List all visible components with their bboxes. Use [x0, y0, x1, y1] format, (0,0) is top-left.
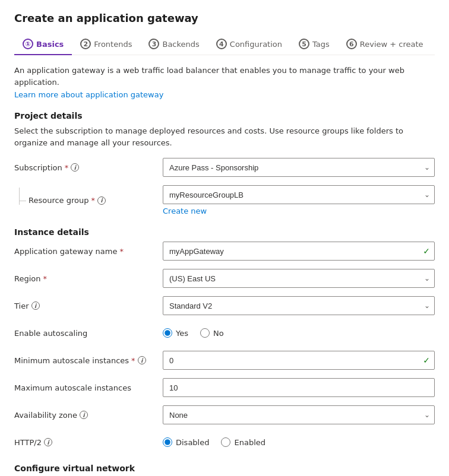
min-instances-control: ✓	[163, 351, 435, 370]
resource-group-required: *	[91, 196, 96, 205]
http2-enabled-radio[interactable]	[221, 437, 230, 447]
gateway-name-input[interactable]	[163, 242, 435, 261]
instance-details-title: Instance details	[14, 227, 435, 237]
gateway-name-required: *	[119, 247, 124, 256]
http2-enabled-option[interactable]: Enabled	[221, 437, 265, 447]
region-select-wrapper: (US) East US ⌄	[163, 269, 435, 288]
min-instances-label: Minimum autoscale instances * i	[14, 356, 163, 365]
availability-zone-select-wrapper: None ⌄	[163, 405, 435, 424]
tab-bar: ① Basics 2 Frontends 3 Backends 4 Config…	[14, 34, 435, 55]
autoscaling-no-radio[interactable]	[200, 328, 210, 338]
tier-label: Tier i	[14, 302, 163, 310]
http2-disabled-label: Disabled	[176, 438, 209, 447]
subscription-label: Subscription * i	[14, 163, 163, 172]
max-instances-label: Maximum autoscale instances	[14, 383, 163, 392]
tab-tags[interactable]: 5 Tags	[290, 34, 338, 55]
availability-zone-control: None ⌄	[163, 405, 435, 424]
resource-group-label: Resource group * i	[14, 196, 163, 205]
resource-group-select-wrapper: myResourceGroupLB ⌄	[163, 185, 435, 204]
http2-disabled-option[interactable]: Disabled	[163, 437, 209, 447]
http2-row: HTTP/2 i Disabled Enabled	[14, 433, 435, 452]
autoscaling-label: Enable autoscaling	[14, 329, 163, 338]
min-instances-row: Minimum autoscale instances * i ✓	[14, 351, 435, 370]
tab-configuration-number: 4	[216, 39, 227, 49]
vnet-section-title: Configure virtual network	[14, 464, 435, 473]
min-instances-check-icon: ✓	[423, 356, 430, 365]
tab-frontends-number: 2	[80, 39, 91, 49]
min-instances-input-wrapper: ✓	[163, 351, 435, 370]
tab-review-number: 6	[346, 39, 357, 49]
min-instances-required: *	[131, 356, 135, 365]
tab-basics-number: ①	[23, 39, 33, 49]
subscription-control: Azure Pass - Sponsorship ⌄	[163, 158, 435, 177]
http2-info-icon[interactable]: i	[44, 438, 52, 446]
availability-zone-row: Availability zone i None ⌄	[14, 405, 435, 424]
project-details-desc: Select the subscription to manage deploy…	[14, 125, 435, 148]
max-instances-row: Maximum autoscale instances	[14, 378, 435, 397]
autoscaling-yes-radio[interactable]	[163, 328, 172, 338]
autoscaling-no-option[interactable]: No	[200, 328, 224, 338]
tab-configuration-label: Configuration	[230, 40, 282, 49]
max-instances-control	[163, 378, 435, 397]
availability-zone-label: Availability zone i	[14, 411, 163, 420]
http2-control: Disabled Enabled	[163, 437, 435, 447]
subscription-select[interactable]: Azure Pass - Sponsorship	[163, 158, 435, 177]
http2-enabled-label: Enabled	[234, 438, 265, 447]
gateway-name-check-icon: ✓	[423, 246, 430, 256]
gateway-name-row: Application gateway name * ✓	[14, 242, 435, 261]
http2-radio-group: Disabled Enabled	[163, 437, 435, 447]
tier-control: Standard V2 ⌄	[163, 296, 435, 315]
tab-backends-label: Backends	[162, 40, 199, 49]
region-control: (US) East US ⌄	[163, 269, 435, 288]
autoscaling-no-label: No	[213, 329, 224, 338]
min-instances-input[interactable]	[163, 351, 435, 370]
tab-configuration[interactable]: 4 Configuration	[208, 34, 290, 55]
http2-disabled-radio[interactable]	[163, 437, 172, 447]
resource-group-control: myResourceGroupLB ⌄ Create new	[163, 185, 435, 215]
region-label: Region *	[14, 274, 163, 283]
autoscaling-control: Yes No	[163, 328, 435, 338]
max-instances-input[interactable]	[163, 378, 435, 397]
subscription-row: Subscription * i Azure Pass - Sponsorshi…	[14, 158, 435, 177]
subscription-select-wrapper: Azure Pass - Sponsorship ⌄	[163, 158, 435, 177]
resource-group-select[interactable]: myResourceGroupLB	[163, 185, 435, 204]
page-title: Create an application gateway	[14, 12, 435, 24]
tab-frontends-label: Frontends	[94, 40, 132, 49]
region-required: *	[43, 274, 48, 283]
gateway-name-label: Application gateway name *	[14, 247, 163, 256]
region-row: Region * (US) East US ⌄	[14, 269, 435, 288]
resource-group-create-new-link[interactable]: Create new	[163, 207, 435, 215]
subscription-required: *	[65, 163, 69, 172]
tier-select-wrapper: Standard V2 ⌄	[163, 296, 435, 315]
autoscaling-radio-group: Yes No	[163, 328, 435, 338]
autoscaling-yes-label: Yes	[176, 329, 188, 338]
availability-zone-select[interactable]: None	[163, 405, 435, 424]
tab-review-label: Review + create	[360, 40, 423, 49]
resource-group-row: Resource group * i myResourceGroupLB ⌄ C…	[14, 185, 435, 215]
tab-tags-number: 5	[299, 39, 309, 49]
gateway-name-control: ✓	[163, 242, 435, 261]
tab-backends-number: 3	[148, 39, 159, 49]
tier-row: Tier i Standard V2 ⌄	[14, 296, 435, 315]
subscription-info-icon[interactable]: i	[71, 163, 79, 172]
description-text: An application gateway is a web traffic …	[14, 65, 435, 88]
tab-backends[interactable]: 3 Backends	[140, 34, 207, 55]
tab-basics-label: Basics	[36, 40, 64, 49]
tab-tags-label: Tags	[312, 40, 330, 49]
availability-zone-info-icon[interactable]: i	[80, 411, 88, 419]
min-instances-info-icon[interactable]: i	[138, 356, 146, 364]
autoscaling-row: Enable autoscaling Yes No	[14, 323, 435, 342]
tab-review[interactable]: 6 Review + create	[338, 34, 432, 55]
resource-group-info-icon[interactable]: i	[97, 196, 106, 205]
gateway-name-input-wrapper: ✓	[163, 242, 435, 261]
tier-select[interactable]: Standard V2	[163, 296, 435, 315]
tab-basics[interactable]: ① Basics	[14, 34, 72, 55]
autoscaling-yes-option[interactable]: Yes	[163, 328, 188, 338]
http2-label: HTTP/2 i	[14, 438, 163, 447]
region-select[interactable]: (US) East US	[163, 269, 435, 288]
learn-more-link[interactable]: Learn more about application gateway	[14, 90, 163, 99]
tab-frontends[interactable]: 2 Frontends	[72, 34, 140, 55]
project-details-title: Project details	[14, 111, 435, 120]
tier-info-icon[interactable]: i	[31, 302, 40, 310]
